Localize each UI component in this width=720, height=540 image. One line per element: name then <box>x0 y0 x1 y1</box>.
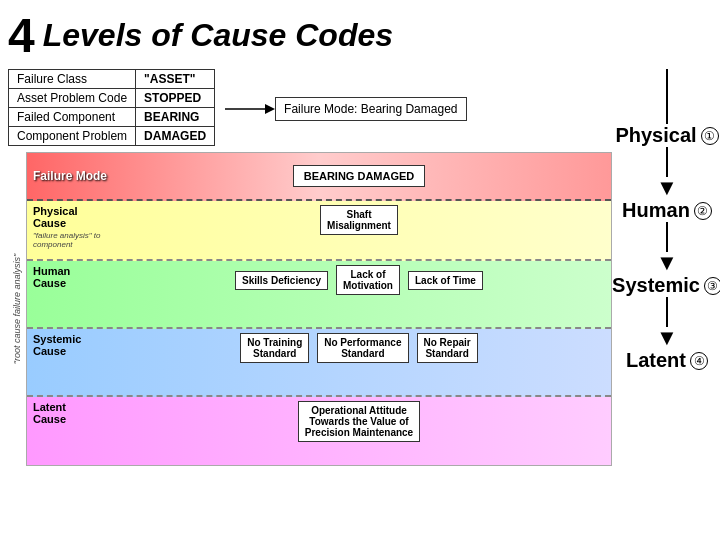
skills-deficiency-box: Skills Deficiency <box>235 271 328 290</box>
systemic-cause-row: SystemicCause No TrainingStandard No Per… <box>27 329 611 397</box>
failed-component-label: Failed Component <box>9 108 136 127</box>
physical-label-text: Physical <box>615 124 696 147</box>
side-label-area: "root cause failure analysis" <box>8 152 26 466</box>
failure-class-label: Failure Class <box>9 70 136 89</box>
no-training-box: No TrainingStandard <box>240 333 309 363</box>
arrow-svg <box>225 99 275 119</box>
top-section: Failure Class "ASSET" Asset Problem Code… <box>8 69 612 146</box>
human-cause-label-area: HumanCause <box>33 265 113 289</box>
systemic-cause-content: No TrainingStandard No PerformanceStanda… <box>113 333 605 363</box>
human-cause-content: Skills Deficiency Lack ofMotivation Lack… <box>113 265 605 295</box>
physical-cause-row: PhysicalCause "failure analysis" to comp… <box>27 201 611 261</box>
human-cause-label: HumanCause <box>33 265 113 289</box>
physical-cause-label-area: PhysicalCause "failure analysis" to comp… <box>33 205 113 249</box>
component-problem-label: Component Problem <box>9 127 136 146</box>
table-row: Asset Problem Code STOPPED <box>9 89 215 108</box>
latent-label-row: Latent ④ <box>626 349 708 372</box>
circle-2: ② <box>694 202 712 220</box>
title: 4 Levels of Cause Codes <box>8 8 712 63</box>
operational-attitude-box: Operational AttitudeTowards the Value of… <box>298 401 420 442</box>
failure-mode-row: Failure Mode BEARING DAMAGED <box>27 153 611 201</box>
right-panel: Physical ① ▼ Human ② ▼ Systemic ③ <box>612 69 712 466</box>
arrow-down-3 <box>666 297 668 327</box>
no-performance-box: No PerformanceStandard <box>317 333 408 363</box>
human-cause-row: HumanCause Skills Deficiency Lack ofMoti… <box>27 261 611 329</box>
human-label-row: Human ② <box>622 199 712 222</box>
bearing-damaged-box: BEARING DAMAGED <box>293 165 426 187</box>
systemic-cause-label: SystemicCause <box>33 333 113 357</box>
arrow-head-3: ▼ <box>656 327 678 349</box>
diagram-rows: Failure Mode BEARING DAMAGED PhysicalCau… <box>26 152 612 466</box>
shaft-group: ShaftMisalignment <box>320 205 398 235</box>
main-container: 4 Levels of Cause Codes Failure Class "A… <box>0 0 720 540</box>
latent-cause-content: Operational AttitudeTowards the Value of… <box>113 401 605 442</box>
latent-cause-row: LatentCause Operational AttitudeTowards … <box>27 397 611 465</box>
table-row: Failure Class "ASSET" <box>9 70 215 89</box>
systemic-label-row: Systemic ③ <box>612 274 720 297</box>
table-row: Component Problem DAMAGED <box>9 127 215 146</box>
vert-line-2 <box>666 222 668 252</box>
asset-problem-label: Asset Problem Code <box>9 89 136 108</box>
diagram-area: "root cause failure analysis" Failure Mo… <box>8 152 612 466</box>
title-number: 4 <box>8 8 35 63</box>
arrow-down-1 <box>666 147 668 177</box>
failure-class-value: "ASSET" <box>136 70 215 89</box>
failure-mode-box: Failure Mode: Bearing Damaged <box>275 97 466 121</box>
no-repair-box: No RepairStandard <box>417 333 478 363</box>
arrow-down-2 <box>666 222 668 252</box>
physical-analysis-label: "failure analysis" to component <box>33 231 113 249</box>
asset-problem-value: STOPPED <box>136 89 215 108</box>
root-cause-label: "root cause failure analysis" <box>12 209 22 409</box>
arrow-head-1: ▼ <box>656 177 678 199</box>
top-vert-line <box>666 69 668 124</box>
latent-cause-label: LatentCause <box>33 401 113 425</box>
latent-label-text: Latent <box>626 349 686 372</box>
svg-marker-1 <box>265 104 275 114</box>
failure-mode-arrow-area: Failure Mode: Bearing Damaged <box>225 97 466 121</box>
vert-line-3 <box>666 297 668 327</box>
human-label-text: Human <box>622 199 690 222</box>
component-problem-value: DAMAGED <box>136 127 215 146</box>
code-table: Failure Class "ASSET" Asset Problem Code… <box>8 69 215 146</box>
failure-mode-row-content: BEARING DAMAGED <box>113 165 605 187</box>
vert-line-1 <box>666 147 668 177</box>
failed-component-value: BEARING <box>136 108 215 127</box>
failure-mode-text: Failure Mode: Bearing Damaged <box>284 102 457 116</box>
physical-cause-label: PhysicalCause <box>33 205 113 229</box>
arrow-head-2: ▼ <box>656 252 678 274</box>
systemic-label-text: Systemic <box>612 274 700 297</box>
circle-4: ④ <box>690 352 708 370</box>
lack-of-motivation-box: Lack ofMotivation <box>336 265 400 295</box>
failure-mode-row-label: Failure Mode <box>33 169 113 183</box>
circle-1: ① <box>701 127 719 145</box>
table-row: Failed Component BEARING <box>9 108 215 127</box>
physical-cause-content: ShaftMisalignment <box>113 205 605 235</box>
circle-3: ③ <box>704 277 720 295</box>
lack-of-time-box: Lack of Time <box>408 271 483 290</box>
shaft-misalignment-box: ShaftMisalignment <box>320 205 398 235</box>
latent-cause-label-area: LatentCause <box>33 401 113 425</box>
title-text: Levels of Cause Codes <box>43 17 393 54</box>
systemic-cause-label-area: SystemicCause <box>33 333 113 357</box>
physical-label-row: Physical ① <box>615 124 718 147</box>
